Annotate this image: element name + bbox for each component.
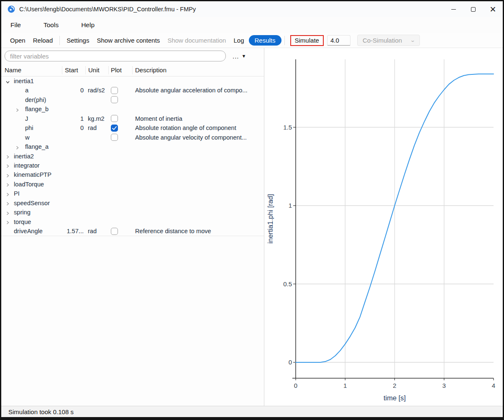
variable-name: flange_a xyxy=(25,142,49,151)
app-icon xyxy=(8,5,15,13)
table-row[interactable]: loadTorque xyxy=(1,180,264,189)
variable-name: loadTorque xyxy=(14,180,44,189)
open-button[interactable]: Open xyxy=(6,35,29,46)
column-header-plot[interactable]: Plot xyxy=(111,66,122,74)
variables-panel: ... ▼ Name Start Unit Plot Description i… xyxy=(1,48,264,406)
tree-expand-icon[interactable] xyxy=(5,210,10,215)
tree-expand-icon[interactable] xyxy=(5,182,10,186)
column-header-start[interactable]: Start xyxy=(65,66,78,74)
variable-name: a xyxy=(25,86,28,95)
toolbar-separator xyxy=(284,36,285,45)
settings-button[interactable]: Settings xyxy=(63,35,93,46)
table-row[interactable]: torque xyxy=(1,217,264,227)
results-tab-button[interactable]: Results xyxy=(249,35,281,46)
plot-checkbox[interactable] xyxy=(111,125,118,132)
table-row[interactable]: kinematicPTP xyxy=(1,170,264,179)
table-row[interactable]: speedSensor xyxy=(1,199,264,208)
column-header-description[interactable]: Description xyxy=(135,66,166,74)
variable-name: J xyxy=(25,114,28,123)
tree-expand-icon[interactable] xyxy=(15,107,20,112)
column-separator xyxy=(108,66,109,74)
maximize-button[interactable] xyxy=(463,1,483,17)
show-documentation-button: Show documentation xyxy=(164,35,230,46)
stop-time-input[interactable] xyxy=(327,35,350,46)
table-row[interactable]: a0rad/s2Absolute angular acceleration of… xyxy=(1,86,264,95)
plot-checkbox[interactable] xyxy=(111,228,118,235)
log-tab-button[interactable]: Log xyxy=(230,35,248,46)
tree-expand-icon[interactable] xyxy=(5,163,10,168)
title-bar: C:\Users\fengb\Documents\MWORKS\PID_Cont… xyxy=(1,1,503,17)
close-icon: ✕ xyxy=(490,5,496,13)
filter-dropdown-arrow-icon[interactable]: ▼ xyxy=(242,53,246,59)
menu-help[interactable]: Help xyxy=(75,19,100,31)
table-row[interactable]: der(phi) xyxy=(1,95,264,104)
variable-name: w xyxy=(25,133,30,142)
x-tick-label: 1 xyxy=(343,382,347,389)
table-row[interactable]: flange_b xyxy=(1,104,264,114)
tree-expand-icon[interactable] xyxy=(5,154,10,158)
variable-name: driveAngle xyxy=(14,227,43,236)
column-header-unit[interactable]: Unit xyxy=(88,66,100,74)
tree-expand-icon[interactable] xyxy=(5,201,10,205)
variable-name: der(phi) xyxy=(25,95,46,104)
table-header: Name Start Unit Plot Description xyxy=(1,64,264,76)
app-window: C:\Users\fengb\Documents\MWORKS\PID_Cont… xyxy=(0,0,504,420)
table-row[interactable]: J1kg.m2Moment of inertia xyxy=(1,114,264,123)
column-header-name[interactable]: Name xyxy=(5,66,21,74)
column-separator xyxy=(85,66,86,74)
interface-type-value: Co-Simulation xyxy=(363,37,402,44)
minimize-icon xyxy=(451,9,456,10)
show-archive-contents-button[interactable]: Show archive contents xyxy=(93,35,164,46)
table-row[interactable]: wAbsolute angular velocity of component.… xyxy=(1,133,264,142)
filter-variables-input[interactable] xyxy=(5,51,226,61)
status-text: Simulation took 0.108 s xyxy=(8,408,74,415)
reload-button[interactable]: Reload xyxy=(29,35,57,46)
y-tick-label: 0.5 xyxy=(283,280,292,288)
status-bar: Simulation took 0.108 s xyxy=(1,406,503,417)
variable-name: integrator xyxy=(14,161,40,170)
menu-tools[interactable]: Tools xyxy=(38,19,64,31)
interface-type-select: Co-Simulation ⌄ xyxy=(357,35,420,46)
variable-name: torque xyxy=(14,217,31,227)
start-value: 1 xyxy=(64,114,84,123)
description-value: Absolute angular acceleration of compo..… xyxy=(135,86,248,95)
tree-collapse-icon[interactable] xyxy=(5,79,10,84)
description-value: Absolute rotation angle of component xyxy=(135,123,236,132)
tree-expand-icon[interactable] xyxy=(5,191,10,196)
menu-file[interactable]: File xyxy=(5,19,27,31)
simulate-button[interactable]: Simulate xyxy=(294,36,320,45)
menu-bar: File Tools Help xyxy=(1,17,503,33)
variable-name: phi xyxy=(25,123,33,132)
table-row[interactable]: inertia1 xyxy=(1,76,264,86)
toolbar: Open Reload Settings Show archive conten… xyxy=(1,33,503,48)
unit-value: rad xyxy=(88,227,97,236)
plot-checkbox[interactable] xyxy=(111,115,118,122)
tree-expand-icon[interactable] xyxy=(15,145,20,149)
table-row[interactable]: driveAngle1.57...radReference distance t… xyxy=(1,227,264,236)
table-row[interactable]: spring xyxy=(1,208,264,217)
column-separator xyxy=(62,66,62,74)
minimize-button[interactable] xyxy=(444,1,463,17)
table-row[interactable]: flange_a xyxy=(1,142,264,151)
unit-value: rad xyxy=(88,123,97,132)
filter-options-button[interactable]: ... xyxy=(233,53,239,60)
unit-value: kg.m2 xyxy=(88,114,105,123)
variable-name: kinematicPTP xyxy=(14,170,51,179)
tree-expand-icon[interactable] xyxy=(5,219,10,224)
plot-checkbox[interactable] xyxy=(111,96,118,103)
x-tick-label: 0 xyxy=(294,382,297,389)
simulate-highlight-box: Simulate xyxy=(290,35,324,46)
filter-row: ... ▼ xyxy=(1,48,264,64)
plot-checkbox[interactable] xyxy=(111,87,118,94)
chevron-down-icon: ⌄ xyxy=(410,38,415,43)
tree-expand-icon[interactable] xyxy=(5,173,10,177)
table-row[interactable]: inertia2 xyxy=(1,152,264,161)
close-button[interactable]: ✕ xyxy=(483,1,503,17)
plot-panel: 0123400.511.5time [s]inertia1.phi [rad] xyxy=(264,48,503,406)
main-area: ... ▼ Name Start Unit Plot Description i… xyxy=(1,48,503,406)
table-row[interactable]: PI xyxy=(1,189,264,198)
table-row[interactable]: phi0radAbsolute rotation angle of compon… xyxy=(1,123,264,132)
table-row[interactable]: integrator xyxy=(1,161,264,170)
unit-value: rad/s2 xyxy=(88,86,105,95)
plot-checkbox[interactable] xyxy=(111,134,118,141)
